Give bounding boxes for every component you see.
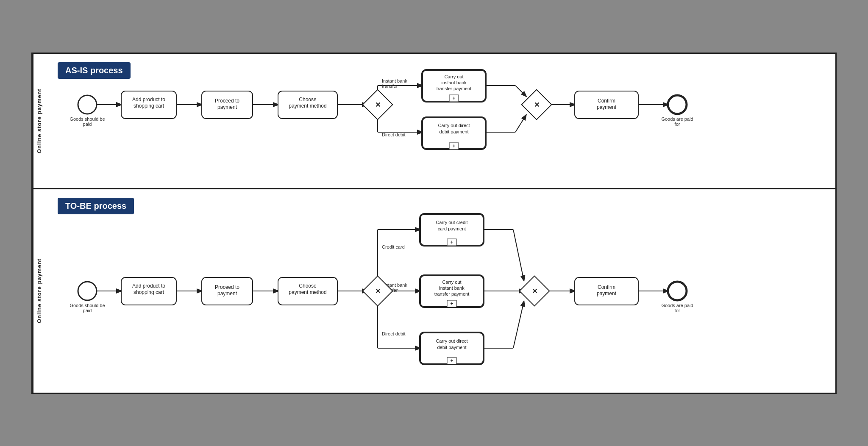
to-be-svg: Credit card Instant bank transfer Direct… <box>58 189 837 384</box>
svg-rect-67 <box>447 300 456 307</box>
svg-text:✕: ✕ <box>375 288 381 295</box>
svg-text:transfer payment: transfer payment <box>437 86 472 91</box>
svg-rect-62 <box>447 239 456 246</box>
flow-label-instant-bank: Instant bank <box>382 78 407 83</box>
svg-text:shopping cart: shopping cart <box>134 289 164 295</box>
svg-line-49 <box>513 302 524 348</box>
svg-text:✕: ✕ <box>532 288 537 295</box>
as-is-task2 <box>202 91 253 119</box>
as-is-process-area: AS-IS process <box>45 54 835 188</box>
flow-label-direct-debit: Direct debit <box>382 132 406 137</box>
to-be-lane-label: Online store payment <box>33 189 45 393</box>
svg-text:transfer payment: transfer payment <box>434 291 470 296</box>
svg-text:Add product to: Add product to <box>132 97 165 102</box>
to-be-label: TO-BE process <box>58 198 134 214</box>
svg-text:Confirm: Confirm <box>598 98 615 104</box>
to-be-start-label: Goods should be <box>70 303 105 308</box>
as-is-end-label: Goods are paid <box>661 116 693 122</box>
svg-text:transfer: transfer <box>382 83 398 89</box>
as-is-end-event <box>668 95 687 114</box>
svg-text:payment: payment <box>597 104 617 110</box>
as-is-gateway1 <box>363 89 393 119</box>
as-is-task3 <box>278 91 337 119</box>
svg-text:Carry out: Carry out <box>444 74 463 79</box>
diagram-container: Online store payment AS-IS process <box>31 53 837 394</box>
svg-text:+: + <box>450 301 453 307</box>
svg-rect-25 <box>449 95 459 102</box>
to-be-task6 <box>420 332 484 364</box>
flow-label-instant-bank2: Instant bank <box>382 283 407 288</box>
svg-text:+: + <box>452 143 455 149</box>
svg-text:payment: payment <box>597 291 617 296</box>
to-be-end-event <box>668 282 687 300</box>
svg-text:payment: payment <box>217 104 237 110</box>
to-be-gateway1 <box>363 276 393 306</box>
svg-text:Choose: Choose <box>299 97 317 102</box>
svg-text:Carry out direct: Carry out direct <box>438 123 470 128</box>
svg-text:paid: paid <box>83 122 92 127</box>
svg-text:paid: paid <box>83 308 92 313</box>
svg-text:Add product to: Add product to <box>132 283 165 289</box>
flow-label-credit-card: Credit card <box>382 244 405 249</box>
to-be-task4 <box>420 214 484 246</box>
to-be-start-event <box>78 282 97 300</box>
svg-text:payment: payment <box>217 291 237 296</box>
to-be-task2 <box>202 277 253 305</box>
as-is-gateway2 <box>522 89 552 119</box>
to-be-end-label: Goods are paid <box>661 303 693 308</box>
svg-text:instant bank: instant bank <box>441 80 467 85</box>
svg-line-46 <box>513 230 524 280</box>
svg-text:Carry out: Carry out <box>442 280 461 285</box>
svg-text:debit payment: debit payment <box>437 345 466 350</box>
to-be-section: Online store payment TO-BE process <box>33 189 835 393</box>
to-be-task1 <box>121 277 176 305</box>
svg-text:debit payment: debit payment <box>439 129 468 134</box>
as-is-section: Online store payment AS-IS process <box>33 54 835 189</box>
as-is-svg: Instant bank transfer Direct debit Add p… <box>58 54 837 177</box>
as-is-task1 <box>121 91 176 119</box>
svg-text:transfer: transfer <box>382 288 398 293</box>
svg-text:for: for <box>675 122 680 127</box>
svg-text:✕: ✕ <box>534 101 540 108</box>
svg-text:shopping cart: shopping cart <box>134 103 164 109</box>
to-be-task5 <box>420 275 484 307</box>
svg-text:for: for <box>675 308 680 313</box>
as-is-task6 <box>575 91 638 119</box>
svg-text:card payment: card payment <box>438 226 466 231</box>
as-is-start-event <box>78 95 97 114</box>
svg-rect-29 <box>449 143 459 150</box>
svg-text:instant bank: instant bank <box>439 285 465 291</box>
svg-text:payment method: payment method <box>289 103 326 109</box>
svg-text:payment method: payment method <box>289 289 326 295</box>
svg-text:Carry out credit: Carry out credit <box>436 220 467 225</box>
to-be-task7 <box>575 277 638 305</box>
svg-text:✕: ✕ <box>375 101 381 108</box>
svg-text:Proceed to: Proceed to <box>215 284 239 290</box>
to-be-task3 <box>278 277 337 305</box>
as-is-task4 <box>422 70 486 102</box>
svg-text:+: + <box>450 239 453 245</box>
svg-text:Confirm: Confirm <box>598 284 615 290</box>
as-is-label: AS-IS process <box>58 62 131 79</box>
flow-label-direct-debit2: Direct debit <box>382 331 406 336</box>
svg-line-9 <box>515 86 526 96</box>
as-is-start-label: Goods should be <box>70 116 105 122</box>
svg-rect-71 <box>447 357 456 364</box>
svg-text:Choose: Choose <box>299 283 317 289</box>
svg-text:Proceed to: Proceed to <box>215 98 239 104</box>
as-is-task5 <box>422 117 486 149</box>
svg-text:Carry out direct: Carry out direct <box>436 338 467 344</box>
svg-text:+: + <box>452 95 455 101</box>
svg-text:+: + <box>450 358 453 364</box>
as-is-lane-label: Online store payment <box>33 54 45 188</box>
svg-line-11 <box>515 115 526 132</box>
to-be-process-area: TO-BE process <box>45 189 835 393</box>
to-be-gateway2 <box>520 276 550 306</box>
